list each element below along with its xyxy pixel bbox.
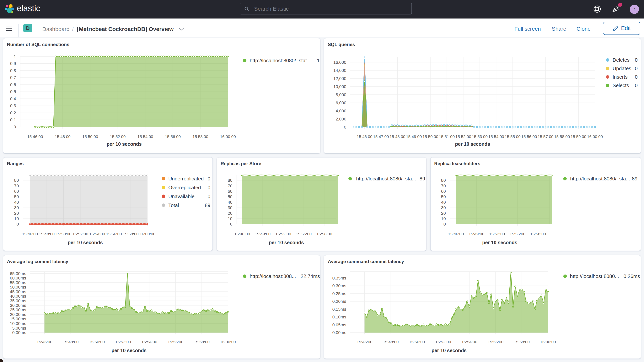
svg-text:per 10 seconds: per 10 seconds	[112, 348, 146, 353]
svg-text:0.1: 0.1	[10, 118, 16, 122]
svg-text:Inserts: Inserts	[612, 74, 628, 80]
svg-text:20: 20	[14, 211, 19, 216]
svg-text:15:57:00: 15:57:00	[538, 134, 554, 139]
svg-text:16,000: 16,000	[334, 60, 346, 65]
svg-text:15:52:00: 15:52:00	[115, 340, 131, 344]
svg-text:89: 89	[205, 202, 210, 208]
svg-text:16:00:00: 16:00:00	[140, 232, 156, 236]
svg-text:6,000: 6,000	[336, 100, 346, 105]
svg-text:0: 0	[635, 57, 638, 63]
svg-text:65.00ms: 65.00ms	[10, 271, 26, 276]
svg-text:0.5: 0.5	[10, 89, 16, 94]
svg-text:15:52:00: 15:52:00	[489, 232, 505, 236]
svg-text:80: 80	[14, 178, 19, 183]
svg-text:30.00ms: 30.00ms	[10, 303, 26, 308]
svg-text:Overreplicated: Overreplicated	[168, 185, 201, 190]
svg-text:45.00ms: 45.00ms	[10, 289, 26, 294]
svg-text:15:48:00: 15:48:00	[383, 340, 399, 344]
svg-text:15:55:00: 15:55:00	[296, 232, 312, 236]
svg-text:15:58:00: 15:58:00	[123, 232, 139, 236]
svg-text:89: 89	[420, 176, 425, 182]
svg-text:1: 1	[14, 54, 16, 59]
svg-text:15:46:00: 15:46:00	[357, 340, 372, 344]
svg-text:15:50:00: 15:50:00	[422, 134, 438, 139]
svg-text:0: 0	[344, 125, 346, 130]
svg-text:0: 0	[208, 176, 210, 182]
svg-text:per 10 seconds: per 10 seconds	[432, 348, 466, 353]
svg-text:16:00:00: 16:00:00	[220, 340, 236, 344]
svg-text:5.00ms: 5.00ms	[12, 326, 26, 330]
svg-text:http://localhost:808...: http://localhost:808...	[250, 273, 296, 279]
svg-text:15:48:00: 15:48:00	[39, 232, 55, 236]
svg-text:10: 10	[441, 216, 446, 221]
svg-text:Deletes: Deletes	[612, 57, 630, 63]
svg-text:Total: Total	[168, 202, 179, 208]
svg-text:0.10ms: 0.10ms	[332, 314, 346, 320]
svg-text:Average command commit latency: Average command commit latency	[328, 259, 404, 264]
svg-text:per 10 seconds: per 10 seconds	[482, 240, 517, 245]
svg-text:30: 30	[441, 205, 446, 210]
svg-text:Replica leaseholders: Replica leaseholders	[434, 161, 480, 166]
svg-text:15:54:00: 15:54:00	[138, 134, 153, 139]
svg-text:http://localhost:8080/_stat...: http://localhost:8080/_stat...	[250, 58, 311, 64]
svg-text:80: 80	[228, 178, 232, 183]
svg-text:35.00ms: 35.00ms	[10, 298, 26, 303]
svg-text:0.25ms: 0.25ms	[332, 291, 346, 296]
svg-text:0: 0	[230, 222, 232, 226]
svg-text:30: 30	[14, 205, 19, 210]
svg-text:15:52:00: 15:52:00	[110, 134, 126, 139]
svg-text:15:48:00: 15:48:00	[63, 340, 79, 344]
svg-text:50.00ms: 50.00ms	[10, 285, 26, 290]
svg-text:20: 20	[228, 211, 232, 216]
svg-text:15:52:00: 15:52:00	[72, 232, 88, 236]
svg-text:Replicas per Store: Replicas per Store	[220, 161, 261, 166]
svg-text:20: 20	[441, 211, 446, 216]
svg-text:http://localhost:8080...: http://localhost:8080...	[570, 273, 619, 279]
svg-text:15:56:00: 15:56:00	[488, 340, 504, 344]
svg-text:8,000: 8,000	[336, 92, 346, 97]
svg-text:40: 40	[441, 200, 446, 205]
svg-text:0.3: 0.3	[10, 103, 16, 108]
svg-text:Average log commit latency: Average log commit latency	[7, 259, 68, 264]
svg-text:89: 89	[632, 176, 638, 182]
svg-text:15:50:00: 15:50:00	[56, 232, 72, 236]
svg-text:14,000: 14,000	[334, 68, 346, 73]
svg-text:15:55:00: 15:55:00	[505, 134, 520, 139]
svg-text:1: 1	[317, 58, 320, 64]
svg-text:16:00:00: 16:00:00	[540, 340, 556, 344]
svg-text:30: 30	[228, 205, 232, 210]
svg-text:60.00ms: 60.00ms	[10, 276, 26, 280]
svg-text:per 10 seconds: per 10 seconds	[107, 141, 142, 147]
svg-text:0.6: 0.6	[10, 82, 16, 87]
svg-text:15:58:00: 15:58:00	[316, 232, 332, 236]
svg-text:Selects: Selects	[612, 82, 629, 88]
svg-text:15:51:00: 15:51:00	[439, 134, 455, 139]
svg-text:15:48:00: 15:48:00	[55, 134, 70, 139]
svg-text:per 10 seconds: per 10 seconds	[269, 240, 304, 245]
svg-text:12,000: 12,000	[334, 76, 346, 81]
svg-text:15:47:00: 15:47:00	[373, 134, 389, 139]
svg-text:15:52:00: 15:52:00	[435, 340, 451, 344]
svg-text:4,000: 4,000	[336, 108, 346, 113]
svg-text:0.30ms: 0.30ms	[332, 283, 346, 288]
svg-text:Underreplicated: Underreplicated	[168, 176, 204, 182]
svg-text:0.9: 0.9	[10, 61, 16, 66]
svg-text:15:54:00: 15:54:00	[488, 134, 504, 139]
svg-text:15:56:00: 15:56:00	[521, 134, 537, 139]
svg-text:15:46:00: 15:46:00	[357, 134, 372, 139]
svg-text:16:00:00: 16:00:00	[587, 134, 603, 139]
svg-text:15:49:00: 15:49:00	[406, 134, 422, 139]
svg-text:15:56:00: 15:56:00	[106, 232, 122, 236]
svg-text:15:54:00: 15:54:00	[462, 340, 477, 344]
svg-text:15:55:00: 15:55:00	[510, 232, 526, 236]
svg-text:40: 40	[228, 200, 232, 205]
svg-text:20.00ms: 20.00ms	[10, 312, 26, 317]
svg-text:15:46:00: 15:46:00	[22, 232, 38, 236]
svg-text:http://localhost:8080/_sta...: http://localhost:8080/_sta...	[356, 176, 416, 182]
svg-text:15.00ms: 15.00ms	[10, 316, 26, 321]
svg-text:http://localhost:8080/_sta...: http://localhost:8080/_sta...	[570, 176, 630, 182]
svg-text:70: 70	[14, 184, 19, 188]
svg-text:50: 50	[14, 194, 19, 199]
svg-text:0.26ms: 0.26ms	[624, 273, 640, 279]
svg-text:50: 50	[441, 194, 446, 199]
